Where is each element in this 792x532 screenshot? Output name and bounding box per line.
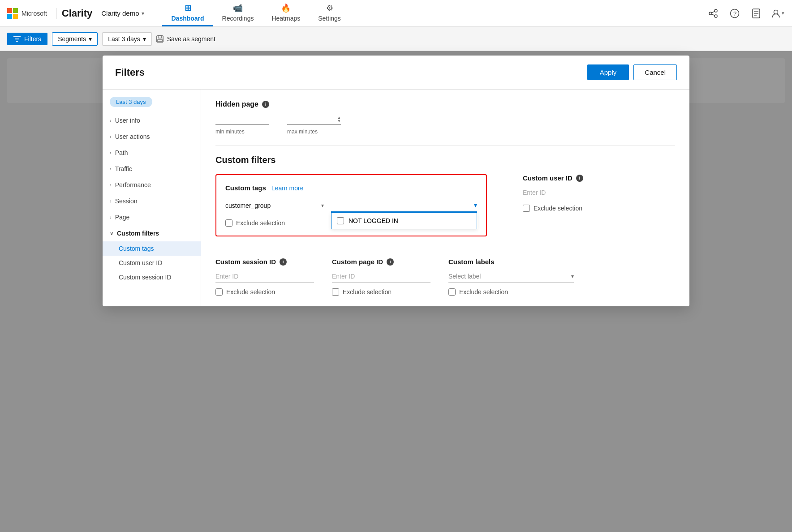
sidebar-item-custom-filters[interactable]: ∨ Custom filters [103,225,201,241]
custom-session-id-info-icon[interactable]: i [280,258,287,266]
nav-right: ? ▾ [706,6,785,21]
help-icon-btn[interactable]: ? [727,6,742,21]
custom-page-id-input[interactable] [332,270,430,283]
ms-logo-grid [7,8,18,19]
hidden-page-info-icon[interactable]: i [262,101,269,108]
segments-button[interactable]: Segments ▾ [52,32,98,46]
tag-key-select[interactable]: customer_group ▾ [225,199,324,212]
tab-recordings[interactable]: 📹 Recordings [213,0,263,26]
sidebar-item-session[interactable]: › Session [103,193,201,209]
custom-session-id-exclude-checkbox[interactable] [215,288,223,296]
share-icon-btn[interactable] [706,6,720,21]
filters-modal: Filters Apply Cancel Last 3 days › User … [103,56,689,306]
filters-button[interactable]: Filters [7,33,47,45]
sidebar-item-user-actions[interactable]: › User actions [103,129,201,145]
save-icon [156,35,164,43]
tab-settings[interactable]: ⚙ Settings [309,0,350,26]
sidebar-date-chip[interactable]: Last 3 days [110,97,152,107]
custom-labels-exclude-text: Exclude selection [459,288,508,296]
stepper-down-icon[interactable]: ▼ [337,120,341,123]
tab-dashboard[interactable]: ⊞ Dashboard [162,0,213,26]
custom-user-id-info-icon[interactable]: i [576,175,583,182]
top-nav: Microsoft Clarity Clarity demo ▾ ⊞ Dashb… [0,0,792,27]
profile-icon-btn[interactable]: ▾ [770,6,785,21]
modal-overlay: Filters Apply Cancel Last 3 days › User … [0,51,792,532]
max-minutes-input[interactable] [287,114,341,125]
custom-labels-label: Custom labels [448,258,495,266]
tab-settings-label: Settings [318,15,341,22]
sidebar-label-session: Session [115,197,138,205]
project-name: Clarity demo [101,9,139,17]
sidebar-subitem-custom-tags[interactable]: Custom tags [103,241,201,256]
learn-more-link[interactable]: Learn more [271,184,304,192]
chevron-icon: › [110,118,112,123]
max-minutes-field: ▲ ▼ max minutes [287,114,341,135]
custom-page-id-info-icon[interactable]: i [387,258,394,266]
max-minutes-label: max minutes [287,129,341,135]
tag-value-select[interactable]: ▾ [331,199,477,212]
custom-filters-heading: Custom filters [215,155,675,165]
save-segment-button[interactable]: Save as segment [156,35,215,43]
custom-labels-chevron-icon: ▾ [571,273,574,279]
sidebar-subitem-custom-user-id[interactable]: Custom user ID [103,256,201,270]
custom-session-id-exclude-label[interactable]: Exclude selection [215,288,314,296]
custom-user-id-title: Custom user ID i [523,174,675,182]
ms-label: Microsoft [22,10,47,17]
exclude-selection-checkbox[interactable] [225,219,232,227]
custom-session-id-title: Custom session ID i [215,258,314,266]
min-minutes-label: min minutes [215,129,269,135]
sidebar-item-user-info[interactable]: › User info [103,112,201,129]
project-selector[interactable]: Clarity demo ▾ [101,9,144,17]
custom-user-id-exclude-label[interactable]: Exclude selection [523,205,675,212]
custom-page-id-title: Custom page ID i [332,258,430,266]
custom-user-id-input[interactable] [523,186,648,199]
custom-session-id-input[interactable] [215,270,314,283]
main-area: ▼ Filters Apply Cancel Last 3 days › [0,51,792,532]
sidebar-item-path[interactable]: › Path [103,145,201,161]
help-icon: ? [730,9,740,18]
custom-tags-title: Custom tags [225,184,266,192]
custom-session-id-label: Custom session ID [215,258,276,266]
filter-content: Hidden page i min minutes ▲ [201,90,689,306]
cancel-button[interactable]: Cancel [633,64,677,80]
secondary-bar: Filters Segments ▾ Last 3 days ▾ Save as… [0,27,792,51]
custom-page-id-block: Custom page ID i Exclude selection [332,258,430,296]
not-logged-in-checkbox[interactable] [337,217,344,224]
exclude-selection-label[interactable]: Exclude selection [225,219,285,227]
sidebar-label-performance: Performance [115,181,151,189]
custom-page-id-exclude-text: Exclude selection [343,288,392,296]
chevron-icon: › [110,150,112,155]
custom-user-id-exclude-checkbox[interactable] [523,205,530,212]
save-segment-label: Save as segment [167,35,215,43]
custom-tags-header: Custom tags Learn more [225,184,477,192]
sidebar-item-traffic[interactable]: › Traffic [103,161,201,177]
custom-session-id-exclude-row: Exclude selection [215,288,314,296]
sidebar-subitem-custom-session-id[interactable]: Custom session ID [103,270,201,284]
chevron-icon: › [110,198,112,204]
min-minutes-field: min minutes [215,114,269,135]
nav-tabs: ⊞ Dashboard 📹 Recordings 🔥 Heatmaps ⚙ Se… [162,0,349,26]
tab-heatmaps[interactable]: 🔥 Heatmaps [263,0,309,26]
hidden-page-label: Hidden page [215,100,258,108]
sidebar-item-page[interactable]: › Page [103,209,201,225]
custom-labels-select[interactable]: Select label ▾ [448,270,574,283]
custom-page-id-exclude-checkbox[interactable] [332,288,339,296]
custom-labels-exclude-label[interactable]: Exclude selection [448,288,574,296]
doc-icon-btn[interactable] [749,6,763,21]
filters-label: Filters [24,35,41,43]
clarity-logo: Clarity [62,8,92,19]
not-logged-in-label: NOT LOGGED IN [349,217,398,224]
sidebar-label-custom-filters: Custom filters [117,230,159,237]
min-minutes-input[interactable] [215,114,269,125]
apply-button[interactable]: Apply [587,64,629,80]
svg-rect-17 [158,39,162,42]
profile-chevron-icon: ▾ [782,10,784,16]
date-label: Last 3 days [108,35,140,43]
custom-page-id-exclude-label[interactable]: Exclude selection [332,288,430,296]
custom-session-id-block: Custom session ID i Exclude selection [215,258,314,296]
custom-page-id-label: Custom page ID [332,258,383,266]
sidebar-item-performance[interactable]: › Performance [103,177,201,193]
custom-labels-exclude-checkbox[interactable] [448,288,456,296]
dropdown-item-not-logged-in[interactable]: NOT LOGGED IN [331,213,477,229]
date-range-button[interactable]: Last 3 days ▾ [102,32,152,46]
